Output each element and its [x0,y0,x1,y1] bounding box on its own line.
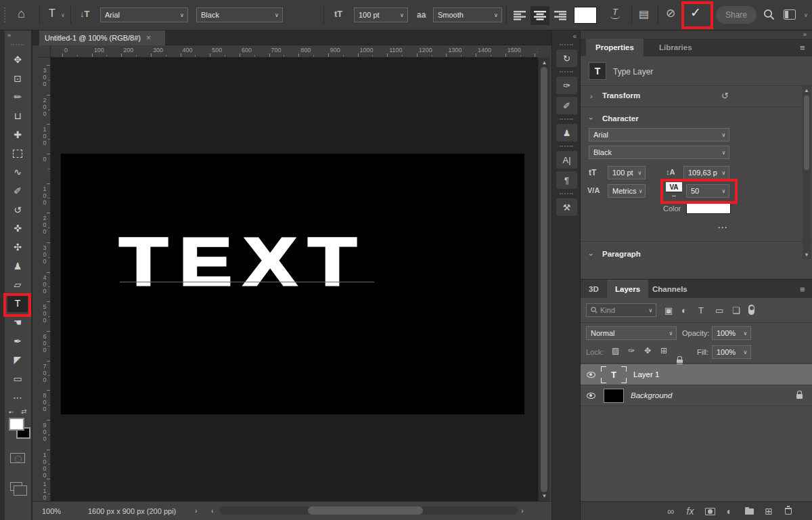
scroll-left-icon[interactable]: ‹ [211,506,214,515]
scroll-right-icon[interactable]: › [521,506,524,515]
brush-tool[interactable]: ✐ [7,182,28,200]
char-font-family-select[interactable]: Arial∨ [589,128,729,142]
spot-healing-brush-tool[interactable]: ✚ [7,126,28,144]
crop-tool[interactable]: ⊡ [7,70,28,87]
layer-thumbnail[interactable] [604,389,624,403]
new-group-icon[interactable] [742,502,757,520]
clone-stamp-tool[interactable]: ♟ [7,257,28,275]
align-right-button[interactable] [551,6,570,25]
toggle-panels-icon[interactable]: ▤ [639,9,649,20]
path-selection-tool[interactable]: ◤ [7,351,28,368]
layer-lock-icon[interactable] [796,394,803,399]
text-orientation-icon[interactable]: ↓T [80,9,89,20]
color-sampler-tool[interactable]: ✜ [7,219,28,237]
paragraph-collapse-icon[interactable]: › [587,253,595,256]
rectangular-marquee-tool[interactable] [7,145,28,162]
lock-paint-icon[interactable]: ✑ [628,346,635,355]
horizontal-scrollbar-thumb[interactable] [308,506,423,515]
opacity-select[interactable]: 100%∨ [712,326,751,340]
reset-transform-icon[interactable]: ↺ [721,91,729,101]
anti-alias-select[interactable]: Smooth∨ [433,7,502,22]
mixer-brush-tool[interactable]: ✣ [7,238,28,256]
filter-image-icon[interactable]: ▣ [664,305,673,316]
transform-section-header[interactable]: Transform [602,91,640,100]
clone-source-panel-icon[interactable]: ♟ [556,124,577,142]
workspace-icon[interactable] [784,9,796,20]
options-bar-grip[interactable] [4,7,6,22]
align-center-button[interactable] [531,6,549,25]
more-options-icon[interactable]: ⋯ [717,221,728,234]
font-size-select[interactable]: 100 pt∨ [354,7,408,22]
foreground-color-swatch[interactable] [9,418,24,431]
filter-toggle-icon[interactable] [748,305,754,315]
vertical-scrollbar[interactable]: ▲ ▼ [538,58,549,501]
tool-presets-panel-icon[interactable]: ⚒ [556,198,577,216]
chevron-down-icon[interactable]: ∨ [804,12,808,18]
font-style-select[interactable]: Black∨ [196,7,283,22]
history-panel-icon[interactable]: ↻ [556,49,577,67]
tab-layers[interactable]: Layers [607,280,648,299]
transform-collapse-icon[interactable]: › [590,92,593,100]
vertical-scrollbar-thumb[interactable] [541,67,547,492]
new-layer-icon[interactable]: ⊞ [761,502,776,520]
filter-smart-object-icon[interactable]: ❏ [732,305,740,316]
ruler-corner[interactable] [39,45,51,58]
type-tool-icon[interactable]: T [49,8,55,19]
lock-artboard-icon[interactable]: ⊞ [660,346,667,355]
toolbar-collapse-icon[interactable]: » [7,32,12,39]
kind-filter-select[interactable]: Kind∨ [586,303,656,317]
close-tab-icon[interactable]: × [146,33,151,43]
tab-3d[interactable]: 3D [581,280,607,299]
toolbar-grip[interactable] [11,44,24,45]
delete-layer-icon[interactable] [781,502,796,520]
character-collapse-icon[interactable]: › [587,117,595,120]
default-colors-icon[interactable]: ▪▫ [9,408,14,416]
lock-transparency-icon[interactable]: ▨ [612,346,619,355]
char-leading-select[interactable]: 109,63 p∨ [683,166,729,179]
commit-edits-icon[interactable]: ✓ [690,7,701,18]
brush-settings-panel-icon[interactable]: ✑ [556,77,577,94]
more-tools[interactable]: ⋯ [7,389,28,406]
tab-libraries[interactable]: Libraries [650,39,702,56]
dock-grip[interactable] [560,193,573,194]
char-kerning-select[interactable]: Metrics∨ [608,184,646,198]
adjustment-layer-icon[interactable]: ◐ [722,502,737,520]
visibility-toggle[interactable] [581,393,601,399]
dock-grip[interactable] [560,118,573,120]
search-icon[interactable] [763,9,775,22]
panel-menu-icon[interactable]: ≡ [800,43,805,53]
character-section-header[interactable]: Character [602,114,639,123]
type-layer-thumbnail[interactable]: T [601,366,627,383]
home-icon[interactable]: ⌂ [18,8,25,19]
brushes-panel-icon[interactable]: ✐ [556,97,577,114]
polygonal-lasso-tool[interactable]: ∿ [7,163,28,181]
paint-bucket-tool[interactable]: ⊔ [7,107,28,125]
char-color-swatch[interactable] [686,202,731,214]
filter-adjustment-icon[interactable]: ◐ [681,305,687,316]
font-family-select[interactable]: Arial∨ [100,7,188,22]
canvas-viewport[interactable]: TEXT [51,58,538,501]
fill-select[interactable]: 100%∨ [712,345,751,359]
layer-effects-icon[interactable]: fx [683,502,698,520]
blend-mode-select[interactable]: Normal∨ [586,326,677,340]
lock-position-icon[interactable]: ✥ [644,346,651,355]
history-brush-tool[interactable]: ↺ [7,201,28,219]
layer-row-layer-1[interactable]: TLayer 1 [581,364,812,385]
panel-menu-icon[interactable]: ≡ [800,284,805,295]
swap-colors-icon[interactable]: ⇄ [21,408,26,415]
text-color-swatch[interactable] [574,7,597,24]
visibility-toggle[interactable] [581,372,601,378]
properties-scrollbar[interactable]: ▲ ▼ [803,86,811,259]
status-expand-icon[interactable]: › [195,506,198,515]
scroll-up-icon[interactable]: ▲ [539,60,550,66]
add-mask-icon[interactable] [702,502,717,520]
eraser-tool[interactable]: ▱ [7,276,28,293]
layer-row-background[interactable]: Background [581,385,812,406]
smudge-tool[interactable]: ☚ [7,313,28,331]
document-tab[interactable]: Untitled-1 @ 100% (RGB/8#) × [39,30,165,45]
chevron-down-icon[interactable]: ∨ [61,12,65,18]
character-panel-icon[interactable]: A| [556,151,577,169]
dock-grip[interactable] [560,146,573,147]
dock-expand-icon[interactable]: » [803,30,807,38]
warp-text-icon[interactable]: T [610,8,620,19]
